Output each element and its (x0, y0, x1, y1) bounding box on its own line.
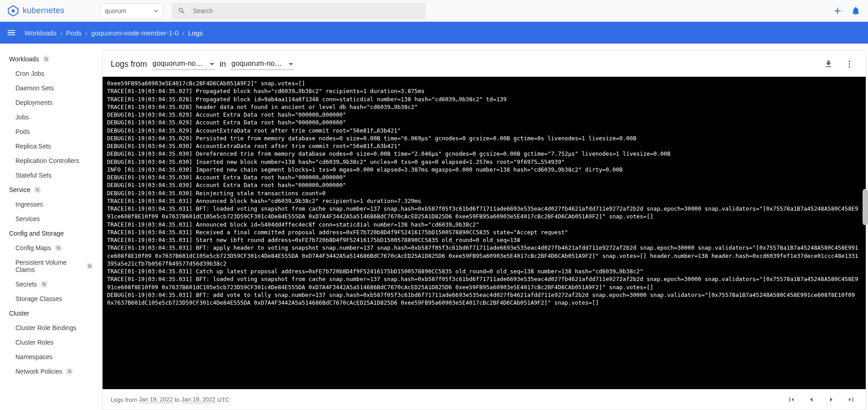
badge-n: N (66, 368, 73, 375)
sidebar-item[interactable]: Stateful Sets (0, 168, 102, 183)
sidebar-item-label: Replication Controllers (15, 157, 79, 164)
sidebar-item-label: Deployments (15, 99, 53, 106)
logs-card: Logs from goquorum-nod… in goquorum-nod…… (102, 50, 866, 410)
footer-prefix: Logs from (111, 396, 137, 403)
bell-icon[interactable] (851, 6, 861, 16)
first-page-button[interactable] (785, 393, 798, 406)
sidebar-item[interactable]: Services (0, 212, 102, 226)
sidebar-item[interactable]: Ingresses (0, 197, 102, 212)
namespace-select[interactable]: quorum (100, 3, 163, 19)
search-icon (178, 7, 186, 15)
sidebar-item-label: Config Maps (15, 244, 51, 252)
crumb-workloads[interactable]: Workloads (25, 29, 57, 37)
sidebar-item[interactable]: Namespaces (0, 350, 102, 364)
sidebar-item-label: Replica Sets (15, 143, 51, 150)
next-page-button[interactable] (825, 393, 838, 406)
sidebar-item-label: Daemon Sets (15, 84, 54, 92)
last-page-icon (847, 395, 856, 404)
sidebar-item[interactable]: Persistent Volume ClaimsN (0, 255, 102, 277)
more-button[interactable] (841, 56, 858, 72)
chevron-down-icon (154, 9, 158, 13)
more-vert-icon (845, 59, 854, 69)
svg-point-4 (848, 66, 850, 67)
sidebar-item[interactable]: Cluster Roles (0, 335, 102, 350)
sidebar-item-label: Stateful Sets (15, 172, 51, 179)
footer-from-date[interactable]: Jan 19, 2022 (139, 396, 173, 403)
badge-n: N (34, 186, 41, 193)
sidebar-item-label: Cluster Roles (15, 339, 54, 346)
sidebar-item-label: Cluster Role Bindings (15, 324, 77, 331)
namespace-value: quorum (105, 7, 126, 15)
sidebar-item[interactable]: Pods (0, 124, 102, 139)
sidebar-heading[interactable]: ServiceN (0, 183, 102, 197)
logs-footer: Logs from Jan 19, 2022 to Jan 19, 2022 U… (103, 389, 866, 410)
brand[interactable]: kubernetes (7, 5, 98, 17)
top-bar: kubernetes quorum (0, 0, 868, 22)
footer-tz: UTC (217, 396, 230, 403)
search-bar[interactable] (172, 3, 426, 19)
sidebar-item-label: Ingresses (15, 201, 43, 208)
logs-from-label: Logs from (111, 59, 147, 69)
chevron-left-icon (807, 395, 816, 404)
first-page-icon (787, 395, 796, 404)
svg-point-1 (12, 9, 15, 12)
sidebar-heading[interactable]: Cluster (0, 306, 102, 321)
badge-n: N (55, 244, 62, 252)
sidebar-item-label: Services (15, 215, 40, 222)
kubernetes-logo-icon (7, 5, 19, 17)
crumb-pod-name[interactable]: goquorum-node-member-1-0 (91, 29, 179, 37)
download-icon (824, 59, 833, 69)
footer-to-label: to (175, 396, 180, 403)
breadcrumb-separator: › (85, 29, 88, 37)
last-page-button[interactable] (845, 393, 858, 406)
logs-in-label: in (220, 59, 226, 69)
sidebar-item[interactable]: Deployments (0, 95, 102, 110)
sidebar-item[interactable]: Storage Classes (0, 291, 102, 306)
sidebar-item-label: Namespaces (15, 353, 53, 361)
search-input[interactable] (193, 7, 419, 15)
svg-point-2 (848, 61, 850, 62)
badge-n: N (40, 281, 48, 288)
log-pager (785, 393, 858, 406)
svg-point-3 (848, 63, 850, 64)
breadcrumb-separator: › (60, 29, 63, 37)
sidebar-item[interactable]: Cluster Role Bindings (0, 321, 102, 335)
prev-page-button[interactable] (805, 393, 818, 406)
sidebar-item-label: Jobs (15, 114, 29, 121)
sidebar-heading[interactable]: WorkloadsN (0, 52, 102, 66)
sidebar-item-label: Pods (15, 128, 30, 135)
sidebar-item[interactable]: Replica Sets (0, 139, 102, 153)
crumb-pods[interactable]: Pods (66, 29, 82, 37)
menu-icon[interactable] (6, 28, 16, 38)
main-content: Logs from goquorum-nod… in goquorum-nod…… (102, 44, 868, 410)
sidebar-item[interactable]: Replication Controllers (0, 153, 102, 168)
brand-text: kubernetes (23, 6, 64, 15)
logs-body[interactable]: 0xee59FB95a60903e5E4017cBc2BF4D6CAb051A9… (103, 77, 866, 389)
sidebar-item[interactable]: Jobs (0, 110, 102, 124)
sidebar-item-label: Network Policies (15, 368, 62, 375)
container-select[interactable]: goquorum-nod… (152, 59, 215, 70)
badge-n: N (43, 55, 50, 63)
sidebar-item-label: Storage Classes (15, 295, 62, 302)
sidebar-item[interactable]: Config MapsN (0, 241, 102, 255)
chevron-right-icon (827, 395, 836, 404)
plus-icon[interactable] (833, 6, 843, 16)
breadcrumb-separator: › (182, 29, 184, 37)
badge-n: N (86, 262, 93, 270)
sidebar-item[interactable]: Cron Jobs (0, 66, 102, 81)
download-button[interactable] (820, 56, 837, 72)
pod-select[interactable]: goquorum-nod… (230, 59, 294, 70)
sidebar-item[interactable]: SecretsN (0, 277, 102, 291)
sidebar-item[interactable]: Daemon Sets (0, 81, 102, 95)
sidebar-item-label: Cron Jobs (15, 70, 44, 77)
scrollbar-thumb[interactable] (863, 189, 868, 225)
sidebar-heading[interactable]: Config and Storage (0, 226, 102, 241)
sidebar-item[interactable]: Network PoliciesN (0, 364, 102, 379)
sidebar-item-label: Secrets (15, 281, 37, 288)
top-actions (833, 6, 861, 16)
logs-header: Logs from goquorum-nod… in goquorum-nod… (103, 50, 866, 77)
sidebar: WorkloadsNCron JobsDaemon SetsDeployment… (0, 44, 102, 410)
footer-to-date[interactable]: Jan 19, 2022 (181, 396, 216, 403)
breadcrumb-bar: Workloads › Pods › goquorum-node-member-… (0, 22, 868, 44)
sidebar-item-label: Persistent Volume Claims (15, 259, 83, 273)
